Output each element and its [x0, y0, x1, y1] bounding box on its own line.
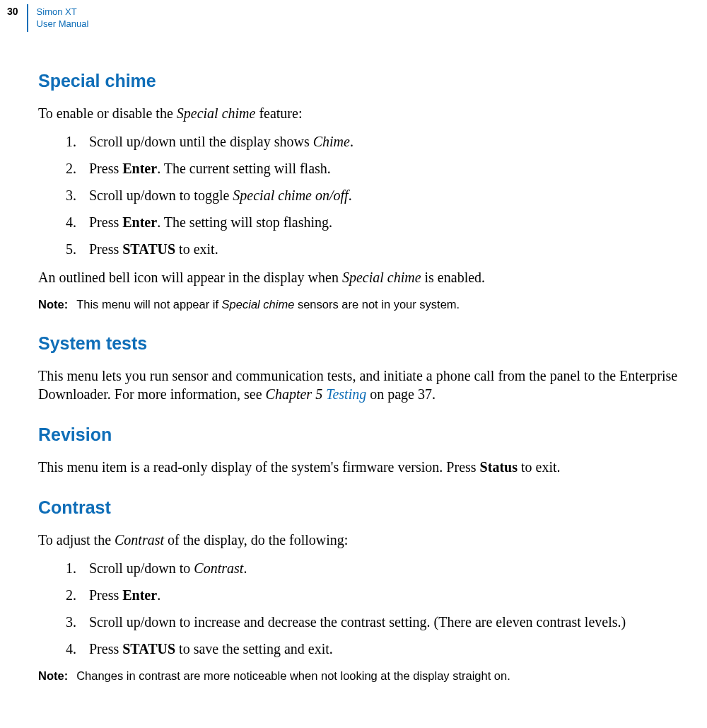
special-chime-note: Note: This menu will not appear if Speci…: [38, 296, 707, 312]
step-text: Press STATUS to save the setting and exi…: [89, 640, 707, 658]
text: To adjust the: [38, 532, 115, 548]
text: on page 37.: [366, 386, 436, 402]
section-revision: Revision This menu item is a read-only d…: [38, 424, 707, 476]
special-chime-tail: An outlined bell icon will appear in the…: [38, 268, 707, 287]
note-label: Note:: [38, 296, 76, 312]
text: to save the setting and exit.: [175, 641, 333, 657]
text: . The current setting will flash.: [157, 161, 331, 176]
note-label: Note:: [38, 668, 76, 683]
text: This menu will not appear if: [76, 298, 221, 311]
text: Press: [89, 641, 122, 657]
text: of the display, do the following:: [164, 532, 348, 548]
step-text: Press Enter. The current setting will fl…: [89, 159, 707, 178]
step-text: Scroll up/down to toggle Special chime o…: [89, 186, 707, 204]
text: .: [157, 587, 160, 603]
text-italic: Chapter 5: [266, 386, 327, 402]
step-number: 5.: [38, 240, 89, 258]
note-body: This menu will not appear if Special chi…: [76, 296, 460, 312]
section-special-chime: Special chime To enable or disable the S…: [38, 71, 707, 312]
heading-system-tests: System tests: [38, 333, 707, 354]
text-italic: Special chime: [342, 270, 421, 285]
text: Press: [89, 241, 122, 257]
text: .: [349, 187, 352, 203]
text: Scroll up/down to increase and decrease …: [89, 614, 626, 630]
step-number: 4.: [38, 213, 89, 231]
note-body: Changes in contrast are more noticeable …: [76, 668, 510, 683]
revision-body: This menu item is a read-only display of…: [38, 458, 707, 476]
text: . The setting will stop flashing.: [157, 214, 332, 230]
text-italic: Special chime: [222, 298, 295, 311]
text-bold: Enter: [122, 214, 157, 230]
text: to exit.: [518, 459, 561, 475]
text: Scroll up/down to toggle: [89, 187, 233, 203]
text: An outlined bell icon will appear in the…: [38, 270, 342, 285]
text: .: [243, 560, 247, 576]
system-tests-body: This menu lets you run sensor and commun…: [38, 366, 707, 403]
page-header: 30 Simon XT User Manual: [0, 0, 707, 32]
text: Press: [89, 161, 122, 176]
list-item: 1. Scroll up/down until the display show…: [38, 132, 707, 151]
list-item: 2. Press Enter.: [38, 586, 707, 604]
contrast-note: Note: Changes in contrast are more notic…: [38, 668, 707, 683]
contrast-steps: 1. Scroll up/down to Contrast. 2. Press …: [38, 559, 707, 658]
text-bold: Enter: [122, 587, 157, 603]
text-italic: Special chime: [177, 105, 256, 121]
step-text: Scroll up/down to Contrast.: [89, 559, 707, 577]
special-chime-intro: To enable or disable the Special chime f…: [38, 104, 707, 122]
text: sensors are not in your system.: [294, 298, 460, 311]
special-chime-steps: 1. Scroll up/down until the display show…: [38, 132, 707, 258]
step-text: Press STATUS to exit.: [89, 240, 707, 258]
text-italic: Chime: [313, 134, 350, 149]
step-number: 3.: [38, 186, 89, 204]
list-item: 4. Press Enter. The setting will stop fl…: [38, 213, 707, 231]
step-number: 1.: [38, 559, 89, 577]
step-number: 2.: [38, 159, 89, 178]
text: To enable or disable the: [38, 105, 177, 121]
heading-revision: Revision: [38, 424, 707, 445]
text: is enabled.: [421, 270, 486, 285]
section-system-tests: System tests This menu lets you run sens…: [38, 333, 707, 403]
step-text: Scroll up/down to increase and decrease …: [89, 613, 707, 631]
contrast-intro: To adjust the Contrast of the display, d…: [38, 531, 707, 549]
step-number: 2.: [38, 586, 89, 604]
text-bold: Status: [480, 459, 518, 475]
list-item: 4. Press STATUS to save the setting and …: [38, 640, 707, 658]
text-bold: STATUS: [122, 641, 175, 657]
text: .: [350, 134, 354, 149]
text: Press: [89, 587, 122, 603]
heading-contrast: Contrast: [38, 497, 707, 518]
text-bold: Enter: [122, 161, 157, 176]
text-italic: Special chime on/off: [233, 187, 348, 203]
text: Scroll up/down to: [89, 560, 194, 576]
document-title-line1: Simon XT: [37, 6, 77, 17]
section-contrast: Contrast To adjust the Contrast of the d…: [38, 497, 707, 683]
document-title: Simon XT User Manual: [28, 4, 89, 32]
text-italic: Contrast: [115, 532, 164, 548]
list-item: 3. Scroll up/down to toggle Special chim…: [38, 186, 707, 204]
list-item: 3. Scroll up/down to increase and decrea…: [38, 613, 707, 631]
list-item: 5. Press STATUS to exit.: [38, 240, 707, 258]
page-content: Special chime To enable or disable the S…: [0, 32, 707, 683]
text: Scroll up/down until the display shows: [89, 134, 313, 149]
text: feature:: [255, 105, 302, 121]
step-text: Press Enter. The setting will stop flash…: [89, 213, 707, 231]
text-bold: STATUS: [122, 241, 175, 257]
text: This menu item is a read-only display of…: [38, 459, 480, 475]
link-testing[interactable]: Testing: [326, 386, 366, 402]
step-number: 1.: [38, 132, 89, 151]
list-item: 1. Scroll up/down to Contrast.: [38, 559, 707, 577]
page-number: 30: [3, 4, 27, 32]
list-item: 2. Press Enter. The current setting will…: [38, 159, 707, 178]
step-text: Scroll up/down until the display shows C…: [89, 132, 707, 151]
text: Press: [89, 214, 122, 230]
text: to exit.: [175, 241, 218, 257]
text-italic: Contrast: [194, 560, 243, 576]
document-title-line2: User Manual: [37, 18, 89, 29]
heading-special-chime: Special chime: [38, 71, 707, 91]
step-number: 3.: [38, 613, 89, 631]
step-text: Press Enter.: [89, 586, 707, 604]
step-number: 4.: [38, 640, 89, 658]
